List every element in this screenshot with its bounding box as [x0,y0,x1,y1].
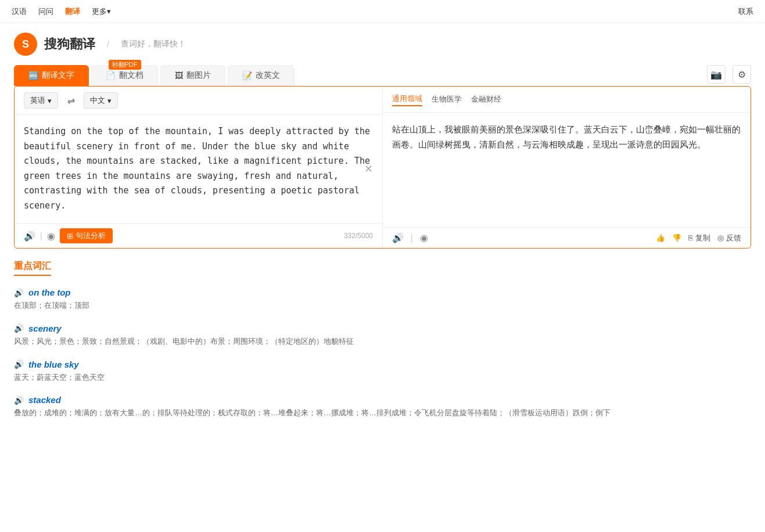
thumbdown-icon: 👎 [672,233,681,242]
translator-main: 英语 ▾ ⇌ 中文 ▾ ✕ 🔊 | ◉ ⊞ 句法分析 332/5000 [14,86,751,249]
keyword-def-0: 在顶部；在顶端；顶部 [14,300,751,312]
nav-right-link[interactable]: 联系 [738,6,753,17]
feedback-icon: ◎ [717,233,724,242]
target-action-buttons: 👍 👎 ⎘ 复制 ◎ 反馈 [656,233,741,243]
target-footer-sep: | [411,233,413,243]
syntax-label: 句法分析 [76,231,106,241]
keyword-link-1[interactable]: scenery [28,323,62,333]
target-speaker-icon[interactable]: 🔊 [392,232,404,243]
keyword-word-0: 🔊 on the top [14,287,751,297]
keyword-item-3: 🔊 stacked 叠放的；成堆的；堆满的；放有大量…的；排队等待处理的；栈式存… [14,395,751,419]
keyword-def-2: 蓝天；蔚蓝天空；蓝色天空 [14,372,751,384]
logo-icon: S [14,33,37,56]
target-lang-dropdown-icon: ▾ [107,96,112,105]
logo-area: S 搜狗翻译 / 查词好，翻译快！ [0,23,765,60]
keyword-link-0[interactable]: on the top [28,287,70,297]
keyword-sound-icon-0[interactable]: 🔊 [14,288,24,297]
keyword-link-3[interactable]: stacked [28,395,61,405]
keyword-word-1: 🔊 scenery [14,323,751,333]
target-lang-button[interactable]: 中文 ▾ [84,92,118,109]
keyword-def-1: 风景；风光；景色；景致；自然景观；（戏剧、电影中的）布景；周围环境；（特定地区的… [14,336,751,348]
keyword-sound-icon-2[interactable]: 🔊 [14,360,24,369]
logo-divider: / [107,39,109,49]
keyword-sound-icon-3[interactable]: 🔊 [14,396,24,405]
tab-image-label: 翻图片 [186,70,211,81]
domain-biomedical[interactable]: 生物医学 [432,93,462,106]
camera-button[interactable]: 📷 [707,65,726,84]
logo-slogan: 查词好，翻译快！ [121,39,186,49]
tab-text-label: 翻译文字 [42,70,74,81]
replay-icon[interactable]: ◉ [47,231,55,242]
nav-left: 汉语 问问 翻译 更多▾ [12,6,111,17]
target-panel-footer: 🔊 | ◉ 👍 👎 ⎘ 复制 ◎ 反馈 [383,227,750,248]
camera-icon: 📷 [710,69,722,80]
feedback-button[interactable]: ◎ 反馈 [717,233,741,243]
input-wrapper: ✕ [15,115,382,223]
source-panel-footer: 🔊 | ◉ ⊞ 句法分析 332/5000 [15,223,382,248]
source-lang-dropdown-icon: ▾ [48,96,52,105]
nav-item-more[interactable]: 更多▾ [92,6,111,17]
tab-text-icon: 🔤 [28,71,38,80]
char-count: 332/5000 [344,232,373,240]
tab-doc[interactable]: 秒翻PDF 📄 翻文档 [91,65,158,86]
footer-sep-1: | [40,231,42,240]
tab-bar: 🔤 翻译文字 秒翻PDF 📄 翻文档 🖼 翻图片 📝 改英文 📷 ⚙ [0,60,765,86]
nav-item-chinese[interactable]: 汉语 [12,6,27,17]
tab-doc-icon: 📄 [106,71,116,80]
tab-image-icon: 🖼 [175,71,183,80]
tab-image[interactable]: 🖼 翻图片 [160,65,225,86]
thumbup-icon: 👍 [656,233,665,242]
keyword-word-3: 🔊 stacked [14,395,751,405]
source-text-input[interactable] [15,115,382,223]
keyword-item-2: 🔊 the blue sky 蓝天；蔚蓝天空；蓝色天空 [14,360,751,384]
feedback-label: 反馈 [726,233,741,243]
source-lang-button[interactable]: 英语 ▾ [24,92,58,109]
keywords-section: 重点词汇 🔊 on the top 在顶部；在顶端；顶部 🔊 scenery 风… [0,249,765,443]
keyword-def-3: 叠放的；成堆的；堆满的；放有大量…的；排队等待处理的；栈式存取的；将…堆叠起来；… [14,407,751,419]
settings-button[interactable]: ⚙ [732,65,751,84]
thumbdown-button[interactable]: 👎 [672,233,681,242]
domain-general[interactable]: 通用领域 [392,92,422,106]
clear-button[interactable]: ✕ [364,163,373,175]
domain-finance[interactable]: 金融财经 [471,93,501,106]
domain-tabs: 通用领域 生物医学 金融财经 [383,87,750,113]
thumbup-button[interactable]: 👍 [656,233,665,242]
target-panel: 通用领域 生物医学 金融财经 站在山顶上，我被眼前美丽的景色深深吸引住了。蓝天白… [383,87,750,248]
tab-english-label: 改英文 [256,70,280,81]
translation-output: 站在山顶上，我被眼前美丽的景色深深吸引住了。蓝天白云下，山峦叠嶂，宛如一幅壮丽的… [383,113,750,227]
tab-doc-label: 翻文档 [119,70,143,81]
tab-text[interactable]: 🔤 翻译文字 [14,65,89,86]
keyword-word-2: 🔊 the blue sky [14,360,751,369]
top-navigation: 汉语 问问 翻译 更多▾ 联系 [0,0,765,23]
copy-label: 复制 [695,233,710,243]
copy-button[interactable]: ⎘ 复制 [688,233,710,243]
tab-english-icon: 📝 [242,71,252,80]
keywords-title: 重点词汇 [14,260,51,276]
source-panel: 英语 ▾ ⇌ 中文 ▾ ✕ 🔊 | ◉ ⊞ 句法分析 332/5000 [15,87,383,248]
copy-icon: ⎘ [688,233,693,242]
source-lang-label: 英语 [30,95,45,106]
swap-language-button[interactable]: ⇌ [63,92,79,109]
keyword-sound-icon-1[interactable]: 🔊 [14,323,24,333]
keyword-item-1: 🔊 scenery 风景；风光；景色；景致；自然景观；（戏剧、电影中的）布景；周… [14,323,751,348]
tab-english[interactable]: 📝 改英文 [228,65,294,86]
settings-icon: ⚙ [738,69,746,80]
logo-name: 搜狗翻译 [44,35,95,53]
nav-item-translate[interactable]: 翻译 [65,6,80,17]
keyword-link-2[interactable]: the blue sky [28,360,79,369]
tab-bar-right: 📷 ⚙ [707,65,751,86]
target-replay-icon[interactable]: ◉ [420,232,428,243]
tab-doc-badge: 秒翻PDF [109,60,141,70]
nav-item-ask[interactable]: 问问 [38,6,53,17]
target-lang-label: 中文 [90,95,105,106]
syntax-analysis-button[interactable]: ⊞ 句法分析 [60,228,113,243]
speaker-icon[interactable]: 🔊 [24,231,35,242]
language-selector: 英语 ▾ ⇌ 中文 ▾ [15,87,382,115]
syntax-icon: ⊞ [67,232,73,240]
keyword-item-0: 🔊 on the top 在顶部；在顶端；顶部 [14,287,751,312]
